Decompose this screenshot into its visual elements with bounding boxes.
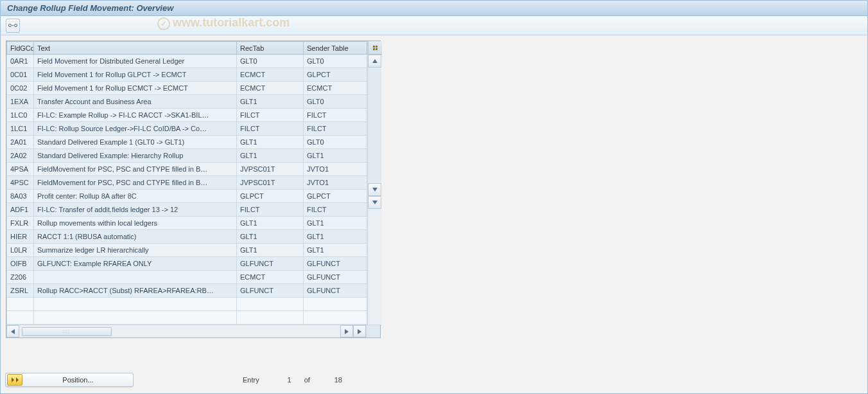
table-row[interactable]: HIERRACCT 1:1 (RBUSA automatic)GLT1GLT1 bbox=[7, 230, 367, 244]
scroll-left-button[interactable] bbox=[6, 325, 19, 337]
cell-code[interactable]: 4PSC bbox=[7, 176, 34, 190]
horizontal-scrollbar[interactable]: ::: bbox=[6, 325, 380, 337]
cell-rectab[interactable]: ECMCT bbox=[237, 68, 304, 82]
cell-text[interactable]: FieldMovement for PSC, PSC and CTYPE fil… bbox=[34, 163, 237, 176]
cell-code[interactable]: FXLR bbox=[7, 217, 34, 230]
cell-rectab[interactable]: FILCT bbox=[237, 203, 304, 217]
cell-rectab[interactable]: FILCT bbox=[237, 109, 304, 122]
cell-text[interactable] bbox=[34, 271, 237, 284]
table-row[interactable]: 0C01Field Movement 1 for Rollup GLPCT ->… bbox=[7, 68, 367, 82]
cell-text[interactable]: FI-LC: Rollup Source Ledger->FI-LC CoID/… bbox=[34, 122, 237, 136]
cell-sender[interactable]: GLPCT bbox=[304, 68, 367, 82]
cell-code[interactable]: 8A03 bbox=[7, 190, 34, 203]
table-row[interactable]: 0C02Field Movement 1 for Rollup ECMCT ->… bbox=[7, 82, 367, 95]
scroll-right-single-button[interactable] bbox=[340, 325, 353, 337]
table-row[interactable]: 8A03Profit center: Rollup 8A after 8CGLP… bbox=[7, 190, 367, 203]
cell-sender[interactable]: FILCT bbox=[304, 109, 367, 122]
column-header-text[interactable]: Text bbox=[34, 42, 237, 55]
cell-rectab[interactable]: GLT1 bbox=[237, 136, 304, 149]
cell-sender[interactable]: GLT0 bbox=[304, 136, 367, 149]
cell-sender[interactable]: GLT1 bbox=[304, 149, 367, 163]
table-row[interactable]: 2A02Standard Delivered Example: Hierarch… bbox=[7, 149, 367, 163]
cell-sender[interactable]: JVTO1 bbox=[304, 176, 367, 190]
cell-rectab[interactable]: GLT1 bbox=[237, 149, 304, 163]
cell-rectab[interactable]: GLT1 bbox=[237, 230, 304, 244]
cell-rectab[interactable]: GLFUNCT bbox=[237, 284, 304, 298]
cell-sender[interactable]: FILCT bbox=[304, 203, 367, 217]
cell-code[interactable]: 0C01 bbox=[7, 68, 34, 82]
cell-sender[interactable]: FILCT bbox=[304, 122, 367, 136]
table-row[interactable]: 1EXATransfer Account and Business AreaGL… bbox=[7, 95, 367, 109]
table-row[interactable]: 2A01Standard Delivered Example 1 (GLT0 -… bbox=[7, 136, 367, 149]
cell-code[interactable]: 1LC1 bbox=[7, 122, 34, 136]
cell-code[interactable]: L0LR bbox=[7, 244, 34, 257]
table-row[interactable]: 4PSCFieldMovement for PSC, PSC and CTYPE… bbox=[7, 176, 367, 190]
cell-code[interactable]: 2A01 bbox=[7, 136, 34, 149]
cell-text[interactable]: Rollup RACC>RACCT (Subst) RFAREA>RFAREA:… bbox=[34, 284, 237, 298]
scroll-right-button[interactable] bbox=[353, 325, 366, 337]
table-row[interactable]: FXLRRollup movements within local ledger… bbox=[7, 217, 367, 230]
cell-text[interactable]: Transfer Account and Business Area bbox=[34, 95, 237, 109]
cell-sender[interactable]: GLFUNCT bbox=[304, 257, 367, 271]
cell-sender[interactable]: GLT1 bbox=[304, 230, 367, 244]
cell-text[interactable]: Standard Delivered Example 1 (GLT0 -> GL… bbox=[34, 136, 237, 149]
column-header-rectab[interactable]: RecTab bbox=[237, 42, 304, 55]
scroll-down-single-button[interactable] bbox=[368, 183, 381, 196]
cell-text[interactable]: FI-LC: Example Rollup -> FI-LC RACCT ->S… bbox=[34, 109, 237, 122]
position-button[interactable]: Position... bbox=[5, 373, 134, 387]
cell-sender[interactable]: GLFUNCT bbox=[304, 271, 367, 284]
cell-sender[interactable]: GLT0 bbox=[304, 95, 367, 109]
cell-code[interactable]: 2A02 bbox=[7, 149, 34, 163]
cell-rectab[interactable]: JVPSC01T bbox=[237, 163, 304, 176]
hscroll-track[interactable]: ::: bbox=[19, 325, 340, 337]
cell-code[interactable]: HIER bbox=[7, 230, 34, 244]
cell-sender[interactable]: GLFUNCT bbox=[304, 284, 367, 298]
cell-text[interactable]: Field Movement for Distributed General L… bbox=[34, 55, 237, 68]
cell-text[interactable]: GLFUNCT: Example RFAREA ONLY bbox=[34, 257, 237, 271]
cell-sender[interactable]: GLT1 bbox=[304, 217, 367, 230]
cell-rectab[interactable]: GLFUNCT bbox=[237, 257, 304, 271]
cell-sender[interactable]: ECMCT bbox=[304, 82, 367, 95]
cell-code[interactable]: Z206 bbox=[7, 271, 34, 284]
cell-sender[interactable]: JVTO1 bbox=[304, 163, 367, 176]
cell-text[interactable]: Rollup movements within local ledgers bbox=[34, 217, 237, 230]
table-row[interactable]: 1LC0FI-LC: Example Rollup -> FI-LC RACCT… bbox=[7, 109, 367, 122]
cell-code[interactable]: 0AR1 bbox=[7, 55, 34, 68]
column-header-sender[interactable]: Sender Table bbox=[304, 42, 367, 55]
table-row[interactable]: L0LRSummarize ledger LR hierarchicallyGL… bbox=[7, 244, 367, 257]
cell-text[interactable]: Standard Delivered Example: Hierarchy Ro… bbox=[34, 149, 237, 163]
scroll-up-button[interactable] bbox=[368, 55, 381, 67]
cell-sender[interactable]: GLT0 bbox=[304, 55, 367, 68]
cell-code[interactable]: 1EXA bbox=[7, 95, 34, 109]
cell-code[interactable]: ADF1 bbox=[7, 203, 34, 217]
vertical-scrollbar[interactable] bbox=[367, 41, 381, 325]
table-row[interactable]: ADF1FI-LC: Transfer of addit.fields ledg… bbox=[7, 203, 367, 217]
table-row[interactable]: Z206ECMCTGLFUNCT bbox=[7, 271, 367, 284]
table-row[interactable]: 1LC1FI-LC: Rollup Source Ledger->FI-LC C… bbox=[7, 122, 367, 136]
cell-text[interactable]: Summarize ledger LR hierarchically bbox=[34, 244, 237, 257]
table-row[interactable]: ZSRLRollup RACC>RACCT (Subst) RFAREA>RFA… bbox=[7, 284, 367, 298]
cell-text[interactable]: FieldMovement for PSC, PSC and CTYPE fil… bbox=[34, 176, 237, 190]
cell-rectab[interactable]: GLPCT bbox=[237, 190, 304, 203]
cell-text[interactable]: Profit center: Rollup 8A after 8C bbox=[34, 190, 237, 203]
cell-rectab[interactable]: GLT1 bbox=[237, 217, 304, 230]
cell-text[interactable]: FI-LC: Transfer of addit.fields ledger 1… bbox=[34, 203, 237, 217]
cell-text[interactable]: Field Movement 1 for Rollup ECMCT -> ECM… bbox=[34, 82, 237, 95]
display-details-button[interactable] bbox=[6, 19, 20, 33]
cell-code[interactable]: 4PSA bbox=[7, 163, 34, 176]
cell-text[interactable]: RACCT 1:1 (RBUSA automatic) bbox=[34, 230, 237, 244]
cell-rectab[interactable]: GLT1 bbox=[237, 95, 304, 109]
cell-rectab[interactable]: FILCT bbox=[237, 122, 304, 136]
cell-rectab[interactable]: JVPSC01T bbox=[237, 176, 304, 190]
configure-columns-button[interactable] bbox=[368, 41, 382, 55]
cell-code[interactable]: 1LC0 bbox=[7, 109, 34, 122]
cell-sender[interactable]: GLPCT bbox=[304, 190, 367, 203]
cell-text[interactable]: Field Movement 1 for Rollup GLPCT -> ECM… bbox=[34, 68, 237, 82]
cell-rectab[interactable]: ECMCT bbox=[237, 82, 304, 95]
scroll-track[interactable] bbox=[368, 67, 381, 183]
cell-rectab[interactable]: GLT0 bbox=[237, 55, 304, 68]
column-header-code[interactable]: FldGCd bbox=[7, 42, 34, 55]
cell-code[interactable]: 0C02 bbox=[7, 82, 34, 95]
cell-rectab[interactable]: GLT1 bbox=[237, 244, 304, 257]
scroll-down-button[interactable] bbox=[368, 196, 381, 209]
